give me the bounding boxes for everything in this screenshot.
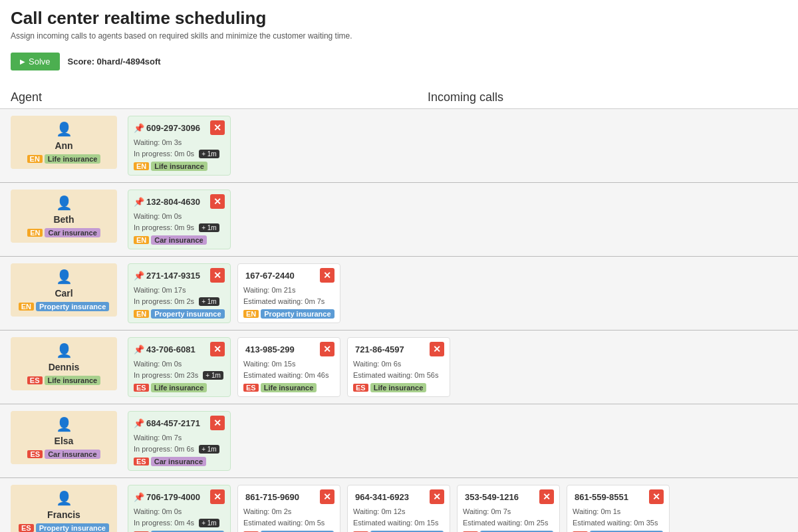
call-number: 413-985-299	[245, 344, 320, 354]
agent-icon: 👤	[56, 416, 72, 432]
agent-skill-badge: ES Property insurance	[19, 523, 109, 532]
skill-badge: Property insurance	[261, 309, 334, 319]
lang-tag: EN	[19, 303, 34, 311]
cancel-call-button[interactable]: ✕	[210, 194, 225, 209]
agent-skill-badge: EN Life insurance	[27, 154, 101, 164]
agent-row: 👤 Dennis ES Life insurance 📌 43-706-6081…	[0, 331, 798, 404]
cancel-call-button[interactable]: ✕	[320, 342, 334, 356]
call-number: 353-549-1216	[465, 492, 539, 502]
skill-badge: Life insurance	[151, 383, 207, 392]
call-skill-row: ES Life insurance	[243, 383, 334, 392]
skill-badge: Car insurance	[151, 235, 206, 245]
estimated-text: Estimated waiting: 0m 7s	[243, 297, 325, 305]
skill-badge: Property insurance	[36, 523, 109, 532]
call-skill-row: EN Property insurance	[134, 309, 225, 319]
toolbar: Solve Score: 0hard/-4894soft	[0, 53, 798, 76]
pin-icon: 📌	[134, 271, 144, 281]
agent-name: Francis	[47, 509, 80, 520]
agent-skill-badge: EN Car insurance	[27, 228, 100, 237]
call-number: 167-67-2440	[245, 271, 320, 281]
cancel-call-button[interactable]: ✕	[210, 416, 225, 430]
cancel-call-button[interactable]: ✕	[320, 268, 334, 283]
skill-badge: Car insurance	[45, 228, 100, 237]
lang-tag: EN	[27, 155, 43, 163]
call-info: Waiting: 0m 12s Estimated waiting: 0m 15…	[353, 506, 444, 528]
waiting-text: Waiting: 0m 0s	[134, 507, 182, 515]
agent-icon: 👤	[56, 342, 72, 358]
plus1-button[interactable]: + 1m	[199, 519, 219, 527]
agent-name: Carl	[55, 288, 72, 299]
cancel-call-button[interactable]: ✕	[210, 489, 225, 504]
lang-tag: ES	[134, 458, 149, 466]
skill-badge: Life insurance	[370, 383, 427, 392]
in-progress-text: In progress: 0m 9s	[134, 223, 194, 231]
waiting-text: Waiting: 0m 1s	[573, 507, 620, 515]
incoming-call-card: 861-715-9690 ✕ Waiting: 0m 2s Estimated …	[237, 485, 340, 532]
lang-tag: ES	[27, 376, 43, 384]
estimated-text: Estimated waiting: 0m 46s	[243, 371, 329, 379]
in-progress-text: In progress: 0m 6s	[134, 445, 194, 453]
call-number: 721-86-4597	[355, 344, 430, 354]
agent-card: 👤 Dennis ES Life insurance	[11, 337, 117, 390]
agent-skill-badge: ES Life insurance	[27, 376, 100, 385]
waiting-text: Waiting: 0m 3s	[134, 138, 182, 146]
waiting-text: Waiting: 0m 0s	[134, 212, 182, 220]
calls-area: 📌 684-457-2171 ✕ Waiting: 0m 7s In progr…	[128, 411, 787, 471]
call-info: Waiting: 0m 0s In progress: 0m 9s + 1m	[134, 211, 225, 233]
plus1-button[interactable]: + 1m	[203, 371, 223, 380]
estimated-text: Estimated waiting: 0m 5s	[243, 519, 325, 527]
agent-card: 👤 Francis ES Property insurance	[11, 485, 117, 532]
cancel-call-button[interactable]: ✕	[430, 342, 444, 356]
call-number: 684-457-2171	[146, 418, 210, 428]
lang-tag: EN	[243, 310, 259, 318]
estimated-text: Estimated waiting: 0m 25s	[463, 519, 548, 527]
call-number: 861-559-8551	[575, 492, 649, 502]
assigned-call-card: 📌 271-147-9315 ✕ Waiting: 0m 17s In prog…	[128, 263, 231, 323]
agent-column-header: Agent	[11, 86, 144, 108]
skill-badge: Life insurance	[45, 154, 101, 164]
estimated-text: Estimated waiting: 0m 15s	[353, 519, 438, 527]
call-info: Waiting: 0m 6s Estimated waiting: 0m 56s	[353, 358, 444, 380]
cancel-call-button[interactable]: ✕	[210, 342, 225, 356]
skill-badge: Life insurance	[261, 383, 317, 392]
plus1-button[interactable]: + 1m	[199, 445, 219, 454]
agent-name: Dennis	[49, 362, 80, 372]
agent-row: 👤 Elsa ES Car insurance 📌 684-457-2171 ✕…	[0, 404, 798, 478]
cancel-call-button[interactable]: ✕	[430, 489, 444, 504]
page-subtitle: Assign incoming calls to agents based on…	[11, 31, 787, 41]
plus1-button[interactable]: + 1m	[199, 150, 219, 158]
call-info: Waiting: 0m 2s Estimated waiting: 0m 5s	[243, 506, 334, 528]
call-number: 964-341-6923	[355, 492, 430, 502]
skill-badge: Car insurance	[151, 457, 206, 466]
incoming-call-card: 413-985-299 ✕ Waiting: 0m 15s Estimated …	[237, 337, 340, 397]
cancel-call-button[interactable]: ✕	[320, 489, 334, 504]
call-info: Waiting: 0m 0s In progress: 0m 4s + 1m	[134, 506, 225, 528]
call-skill-row: EN Car insurance	[134, 235, 225, 245]
cancel-call-button[interactable]: ✕	[649, 489, 664, 504]
call-skill-row: EN Property insurance	[243, 309, 334, 319]
cancel-call-button[interactable]: ✕	[539, 489, 554, 504]
assigned-call-card: 📌 609-297-3096 ✕ Waiting: 0m 3s In progr…	[128, 116, 231, 176]
call-info: Waiting: 0m 21s Estimated waiting: 0m 7s	[243, 285, 334, 307]
agent-row: 👤 Ann EN Life insurance 📌 609-297-3096 ✕…	[0, 109, 798, 183]
lang-tag: EN	[134, 310, 149, 318]
calls-area: 📌 132-804-4630 ✕ Waiting: 0m 0s In progr…	[128, 190, 787, 249]
cancel-call-button[interactable]: ✕	[210, 268, 225, 283]
incoming-call-card: 167-67-2440 ✕ Waiting: 0m 21s Estimated …	[237, 263, 340, 323]
call-info: Waiting: 0m 1s Estimated waiting: 0m 35s	[573, 506, 664, 528]
cancel-call-button[interactable]: ✕	[210, 120, 225, 135]
pin-icon: 📌	[134, 344, 144, 354]
page-title: Call center realtime scheduling	[11, 8, 787, 29]
pin-icon: 📌	[134, 492, 144, 502]
pin-icon: 📌	[134, 418, 144, 428]
lang-tag: ES	[134, 384, 149, 392]
agent-card: 👤 Carl EN Property insurance	[11, 263, 117, 317]
solve-button[interactable]: Solve	[11, 53, 60, 70]
agent-row: 👤 Francis ES Property insurance 📌 706-17…	[0, 478, 798, 532]
call-info: Waiting: 0m 3s In progress: 0m 0s + 1m	[134, 137, 225, 159]
plus1-button[interactable]: + 1m	[199, 223, 219, 232]
lang-tag: EN	[134, 162, 149, 170]
call-skill-row: ES Car insurance	[134, 457, 225, 466]
lang-tag: ES	[243, 384, 259, 392]
plus1-button[interactable]: + 1m	[199, 297, 219, 306]
